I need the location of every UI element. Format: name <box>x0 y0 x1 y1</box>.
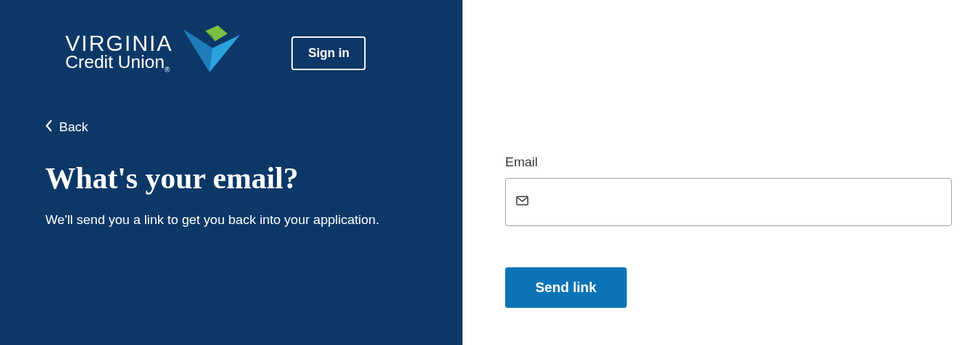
brand-name-line2: Credit Union® <box>65 53 172 74</box>
header-row: VIRGINIA Credit Union® Sign in <box>0 27 463 78</box>
back-link[interactable]: Back <box>0 120 463 135</box>
back-label: Back <box>59 120 88 135</box>
svg-marker-1 <box>183 30 212 72</box>
email-input[interactable] <box>505 178 952 226</box>
mail-icon <box>516 196 528 208</box>
brand-logo-text: VIRGINIA Credit Union® <box>65 32 172 74</box>
signin-button[interactable]: Sign in <box>291 36 366 70</box>
left-panel: VIRGINIA Credit Union® Sign in Back What… <box>0 0 463 345</box>
page-subheading: We'll send you a link to get you back in… <box>0 211 463 230</box>
brand-mark-icon <box>178 24 243 78</box>
email-input-wrapper <box>505 178 953 226</box>
email-label: Email <box>505 155 953 170</box>
send-link-button[interactable]: Send link <box>505 267 627 308</box>
chevron-left-icon <box>45 120 52 135</box>
page-heading: What's your email? <box>0 161 463 196</box>
right-panel: Email Send link <box>463 0 980 345</box>
brand-logo: VIRGINIA Credit Union® <box>65 27 243 78</box>
